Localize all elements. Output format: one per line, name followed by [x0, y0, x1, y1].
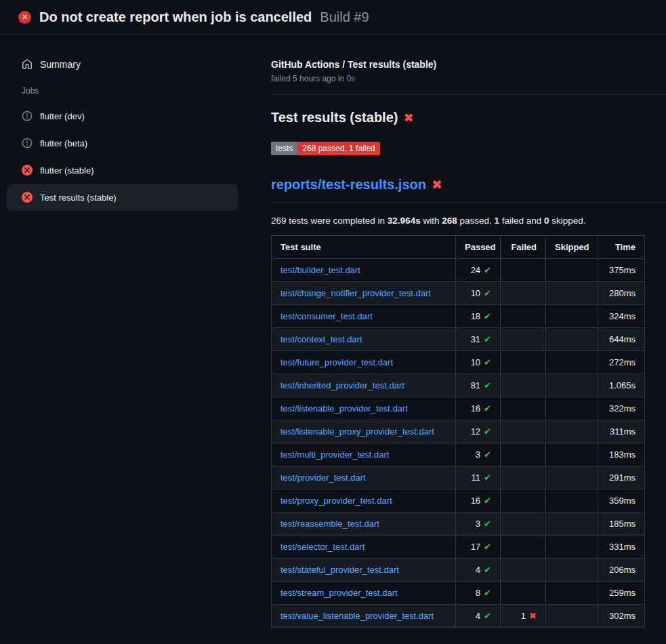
sidebar-job-item[interactable]: Test results (stable): [7, 184, 238, 211]
skipped-cell: [546, 328, 598, 351]
suite-cell: test/selector_test.dart: [272, 536, 456, 559]
time-cell: 331ms: [598, 536, 645, 559]
table-row: test/listenable_provider_test.dart16✔322…: [272, 397, 645, 420]
test-suite-link[interactable]: test/selector_test.dart: [280, 542, 365, 552]
run-failed-status-icon: ✕: [18, 11, 31, 24]
results-table-body: test/builder_test.dart24✔375mstest/chang…: [272, 259, 645, 628]
results-summary: 269 tests were completed in 32.964s with…: [271, 216, 644, 226]
test-suite-link[interactable]: test/provider_test.dart: [280, 472, 366, 483]
test-suite-link[interactable]: test/proxy_provider_test.dart: [280, 496, 392, 506]
skipped-cell: [546, 605, 598, 628]
suite-cell: test/future_provider_test.dart: [272, 351, 456, 374]
sidebar-item-summary[interactable]: Summary: [7, 54, 238, 75]
sidebar-job-item[interactable]: flutter (stable): [7, 157, 238, 184]
suite-cell: test/value_listenable_provider_test.dart: [272, 605, 456, 628]
suite-cell: test/reassemble_test.dart: [272, 512, 456, 536]
check-icon: ✔: [484, 588, 491, 598]
test-suite-link[interactable]: test/stream_provider_test.dart: [280, 588, 398, 598]
table-row: test/inherited_provider_test.dart81✔1.06…: [272, 374, 645, 397]
failed-cell: [501, 420, 546, 443]
test-suite-link[interactable]: test/inherited_provider_test.dart: [280, 380, 404, 390]
test-suite-link[interactable]: test/future_provider_test.dart: [280, 357, 393, 367]
suite-cell: test/builder_test.dart: [272, 259, 456, 282]
test-suite-link[interactable]: test/listenable_proxy_provider_test.dart: [280, 426, 434, 437]
check-icon: ✔: [484, 519, 491, 529]
passed-cell: 4✔: [456, 559, 501, 582]
build-number: Build #9: [320, 9, 369, 26]
suite-cell: test/inherited_provider_test.dart: [272, 374, 456, 397]
test-suite-link[interactable]: test/change_notifier_provider_test.dart: [280, 288, 431, 298]
skipped-cell: [546, 582, 598, 605]
skipped-cell: [546, 397, 598, 420]
passed-cell: 24✔: [456, 259, 501, 282]
report-link[interactable]: reports/test-results.json: [271, 177, 426, 193]
main-content: GitHub Actions / Test results (stable) f…: [254, 35, 666, 628]
suite-cell: test/change_notifier_provider_test.dart: [272, 282, 456, 305]
failed-cell: [501, 374, 546, 397]
page-body: Summary Jobs flutter (dev) flutter (beta…: [0, 35, 666, 628]
check-icon: ✔: [484, 403, 491, 414]
failed-cell: [501, 351, 546, 374]
tests-badge: tests 268 passed, 1 failed: [271, 142, 380, 155]
check-icon: ✔: [484, 611, 491, 621]
suite-cell: test/proxy_provider_test.dart: [272, 489, 456, 512]
divider: [271, 94, 666, 95]
suite-cell: test/stream_provider_test.dart: [272, 582, 456, 605]
passed-cell: 17✔: [456, 536, 501, 559]
skipped-cell: [546, 305, 598, 328]
test-suite-link[interactable]: test/reassemble_test.dart: [280, 519, 379, 529]
suite-cell: test/listenable_proxy_provider_test.dart: [272, 420, 456, 443]
failed-cell: [501, 443, 546, 466]
skipped-count: 0: [544, 216, 549, 226]
sidebar-job-item[interactable]: flutter (dev): [7, 102, 238, 129]
test-suite-link[interactable]: test/listenable_provider_test.dart: [280, 403, 408, 414]
table-row: test/proxy_provider_test.dart16✔359ms: [272, 489, 645, 512]
suite-cell: test/multi_provider_test.dart: [272, 443, 456, 466]
skipped-cell: [546, 536, 598, 559]
passed-cell: 18✔: [456, 305, 501, 328]
col-header-test-suite: Test suite: [272, 236, 456, 259]
table-row: test/stateful_provider_test.dart4✔206ms: [272, 559, 645, 582]
failed-count: 1: [495, 216, 500, 226]
col-header-skipped: Skipped: [546, 236, 598, 259]
report-title: reports/test-results.json ✖: [271, 177, 644, 193]
passed-cell: 16✔: [456, 489, 501, 512]
test-suite-link[interactable]: test/context_test.dart: [280, 334, 362, 344]
skipped-cell: [546, 559, 598, 582]
time-cell: 322ms: [598, 397, 645, 420]
col-header-passed: Passed: [456, 236, 501, 259]
x-icon: ✖: [403, 112, 413, 124]
time-cell: 311ms: [598, 420, 645, 443]
test-suite-link[interactable]: test/stateful_provider_test.dart: [280, 565, 399, 575]
run-status-line: failed 5 hours ago in 0s: [271, 74, 644, 83]
time-cell: 324ms: [598, 305, 645, 328]
skipped-cell: [546, 259, 598, 282]
test-suite-link[interactable]: test/value_listenable_provider_test.dart: [280, 611, 434, 621]
test-suite-link[interactable]: test/multi_provider_test.dart: [280, 449, 389, 460]
check-icon: ✔: [484, 288, 491, 298]
passed-cell: 11✔: [456, 466, 501, 489]
col-header-time: Time: [598, 236, 645, 259]
sidebar-jobs-list: flutter (dev) flutter (beta) flutter (st…: [7, 102, 238, 211]
check-icon: ✔: [484, 311, 491, 321]
time-cell: 375ms: [598, 259, 645, 282]
jobs-section-label: Jobs: [22, 86, 238, 96]
table-row: test/listenable_proxy_provider_test.dart…: [272, 420, 645, 443]
github-checks-page: ✕ Do not create report when job is cance…: [0, 0, 666, 644]
check-icon: ✔: [484, 542, 491, 552]
suite-cell: test/consumer_test.dart: [272, 305, 456, 328]
table-row: test/selector_test.dart17✔331ms: [272, 536, 645, 559]
failed-cell: [501, 397, 546, 420]
check-icon: ✔: [484, 265, 491, 275]
table-row: test/builder_test.dart24✔375ms: [272, 259, 645, 282]
time-cell: 183ms: [598, 443, 645, 466]
test-suite-link[interactable]: test/consumer_test.dart: [280, 311, 373, 321]
sidebar-job-item[interactable]: flutter (beta): [7, 129, 238, 157]
x-icon: ✖: [432, 178, 442, 191]
time-cell: 280ms: [598, 282, 645, 305]
failed-cell: 1✖: [501, 605, 546, 628]
skipped-cell: [546, 443, 598, 466]
test-suite-link[interactable]: test/builder_test.dart: [280, 265, 360, 275]
x-icon: ✖: [529, 611, 537, 621]
table-row: test/stream_provider_test.dart8✔259ms: [272, 582, 645, 605]
